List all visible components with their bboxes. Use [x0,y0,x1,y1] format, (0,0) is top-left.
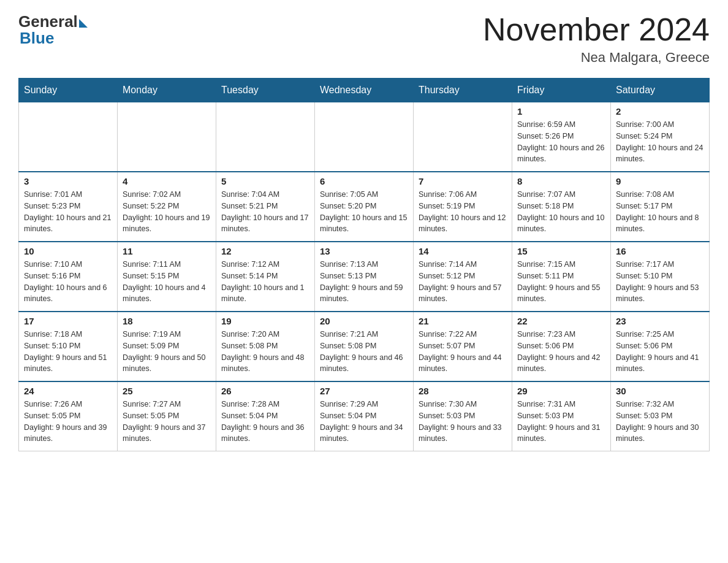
day-info: Sunrise: 7:20 AMSunset: 5:08 PMDaylight:… [221,329,309,375]
calendar-cell: 23Sunrise: 7:25 AMSunset: 5:06 PMDayligh… [611,312,710,381]
calendar-cell [315,102,414,172]
day-number: 25 [123,386,211,396]
day-number: 20 [320,316,408,326]
day-number: 16 [616,246,704,256]
day-info: Sunrise: 7:15 AMSunset: 5:11 PMDaylight:… [517,259,605,305]
calendar-cell: 10Sunrise: 7:10 AMSunset: 5:16 PMDayligh… [19,242,118,312]
day-number: 10 [24,246,112,256]
calendar-cell: 27Sunrise: 7:29 AMSunset: 5:04 PMDayligh… [315,381,414,451]
day-number: 5 [221,176,309,186]
page-header: General Blue November 2024 Nea Malgara, … [18,12,710,66]
calendar-week-2: 3Sunrise: 7:01 AMSunset: 5:23 PMDaylight… [19,172,710,242]
day-number: 2 [616,106,704,117]
day-info: Sunrise: 7:29 AMSunset: 5:04 PMDaylight:… [320,399,408,445]
calendar-cell: 8Sunrise: 7:07 AMSunset: 5:18 PMDaylight… [512,172,611,242]
calendar-cell: 19Sunrise: 7:20 AMSunset: 5:08 PMDayligh… [216,312,315,381]
calendar-cell: 18Sunrise: 7:19 AMSunset: 5:09 PMDayligh… [118,312,216,381]
day-info: Sunrise: 7:04 AMSunset: 5:21 PMDaylight:… [221,189,309,235]
calendar-cell: 4Sunrise: 7:02 AMSunset: 5:22 PMDaylight… [118,172,216,242]
calendar-cell: 6Sunrise: 7:05 AMSunset: 5:20 PMDaylight… [315,172,414,242]
calendar-cell: 7Sunrise: 7:06 AMSunset: 5:19 PMDaylight… [414,172,512,242]
day-header-saturday: Saturday [611,79,710,102]
day-number: 14 [419,246,507,256]
day-info: Sunrise: 7:14 AMSunset: 5:12 PMDaylight:… [419,259,507,305]
day-number: 11 [123,246,211,256]
day-number: 28 [419,386,507,396]
logo-arrow-icon [79,19,88,28]
calendar-cell: 12Sunrise: 7:12 AMSunset: 5:14 PMDayligh… [216,242,315,312]
day-info: Sunrise: 7:28 AMSunset: 5:04 PMDaylight:… [221,399,309,445]
calendar-cell: 2Sunrise: 7:00 AMSunset: 5:24 PMDaylight… [611,102,710,172]
day-info: Sunrise: 7:11 AMSunset: 5:15 PMDaylight:… [123,259,211,305]
day-number: 13 [320,246,408,256]
calendar-week-5: 24Sunrise: 7:26 AMSunset: 5:05 PMDayligh… [19,381,710,451]
day-number: 1 [517,106,605,117]
calendar-week-4: 17Sunrise: 7:18 AMSunset: 5:10 PMDayligh… [19,312,710,381]
day-number: 15 [517,246,605,256]
calendar-cell: 22Sunrise: 7:23 AMSunset: 5:06 PMDayligh… [512,312,611,381]
title-section: November 2024 Nea Malgara, Greece [483,12,710,66]
day-info: Sunrise: 7:02 AMSunset: 5:22 PMDaylight:… [123,189,211,235]
calendar-header-row: SundayMondayTuesdayWednesdayThursdayFrid… [19,79,710,102]
day-info: Sunrise: 7:06 AMSunset: 5:19 PMDaylight:… [419,189,507,235]
day-number: 18 [123,316,211,326]
logo: General Blue [18,12,88,48]
day-header-wednesday: Wednesday [315,79,414,102]
location: Nea Malgara, Greece [483,50,710,66]
calendar-cell: 1Sunrise: 6:59 AMSunset: 5:26 PMDaylight… [512,102,611,172]
day-info: Sunrise: 7:13 AMSunset: 5:13 PMDaylight:… [320,259,408,305]
day-info: Sunrise: 7:25 AMSunset: 5:06 PMDaylight:… [616,329,704,375]
day-info: Sunrise: 7:05 AMSunset: 5:20 PMDaylight:… [320,189,408,235]
day-number: 29 [517,386,605,396]
day-header-tuesday: Tuesday [216,79,315,102]
calendar-cell [19,102,118,172]
calendar-week-1: 1Sunrise: 6:59 AMSunset: 5:26 PMDaylight… [19,102,710,172]
day-number: 17 [24,316,112,326]
day-info: Sunrise: 7:10 AMSunset: 5:16 PMDaylight:… [24,259,112,305]
calendar-cell: 29Sunrise: 7:31 AMSunset: 5:03 PMDayligh… [512,381,611,451]
calendar-week-3: 10Sunrise: 7:10 AMSunset: 5:16 PMDayligh… [19,242,710,312]
day-header-monday: Monday [118,79,216,102]
day-info: Sunrise: 7:19 AMSunset: 5:09 PMDaylight:… [123,329,211,375]
day-number: 12 [221,246,309,256]
day-number: 19 [221,316,309,326]
day-info: Sunrise: 7:22 AMSunset: 5:07 PMDaylight:… [419,329,507,375]
calendar-cell: 17Sunrise: 7:18 AMSunset: 5:10 PMDayligh… [19,312,118,381]
calendar-cell: 11Sunrise: 7:11 AMSunset: 5:15 PMDayligh… [118,242,216,312]
calendar-cell: 14Sunrise: 7:14 AMSunset: 5:12 PMDayligh… [414,242,512,312]
day-info: Sunrise: 7:27 AMSunset: 5:05 PMDaylight:… [123,399,211,445]
day-info: Sunrise: 7:26 AMSunset: 5:05 PMDaylight:… [24,399,112,445]
day-number: 4 [123,176,211,186]
calendar-cell [118,102,216,172]
day-info: Sunrise: 6:59 AMSunset: 5:26 PMDaylight:… [517,119,605,165]
day-info: Sunrise: 7:12 AMSunset: 5:14 PMDaylight:… [221,259,309,305]
calendar-cell [414,102,512,172]
calendar-cell: 9Sunrise: 7:08 AMSunset: 5:17 PMDaylight… [611,172,710,242]
day-number: 7 [419,176,507,186]
day-info: Sunrise: 7:30 AMSunset: 5:03 PMDaylight:… [419,399,507,445]
day-info: Sunrise: 7:18 AMSunset: 5:10 PMDaylight:… [24,329,112,375]
day-info: Sunrise: 7:17 AMSunset: 5:10 PMDaylight:… [616,259,704,305]
calendar-cell: 24Sunrise: 7:26 AMSunset: 5:05 PMDayligh… [19,381,118,451]
day-number: 23 [616,316,704,326]
day-number: 21 [419,316,507,326]
calendar-cell: 26Sunrise: 7:28 AMSunset: 5:04 PMDayligh… [216,381,315,451]
day-info: Sunrise: 7:07 AMSunset: 5:18 PMDaylight:… [517,189,605,235]
month-title: November 2024 [483,12,710,47]
day-header-thursday: Thursday [414,79,512,102]
day-number: 8 [517,176,605,186]
day-number: 30 [616,386,704,396]
calendar-cell: 15Sunrise: 7:15 AMSunset: 5:11 PMDayligh… [512,242,611,312]
day-info: Sunrise: 7:08 AMSunset: 5:17 PMDaylight:… [616,189,704,235]
calendar-cell [216,102,315,172]
day-number: 26 [221,386,309,396]
calendar-cell: 21Sunrise: 7:22 AMSunset: 5:07 PMDayligh… [414,312,512,381]
calendar-cell: 16Sunrise: 7:17 AMSunset: 5:10 PMDayligh… [611,242,710,312]
day-number: 22 [517,316,605,326]
calendar-table: SundayMondayTuesdayWednesdayThursdayFrid… [18,78,710,451]
day-info: Sunrise: 7:21 AMSunset: 5:08 PMDaylight:… [320,329,408,375]
day-info: Sunrise: 7:00 AMSunset: 5:24 PMDaylight:… [616,119,704,165]
day-number: 24 [24,386,112,396]
day-info: Sunrise: 7:23 AMSunset: 5:06 PMDaylight:… [517,329,605,375]
day-header-sunday: Sunday [19,79,118,102]
